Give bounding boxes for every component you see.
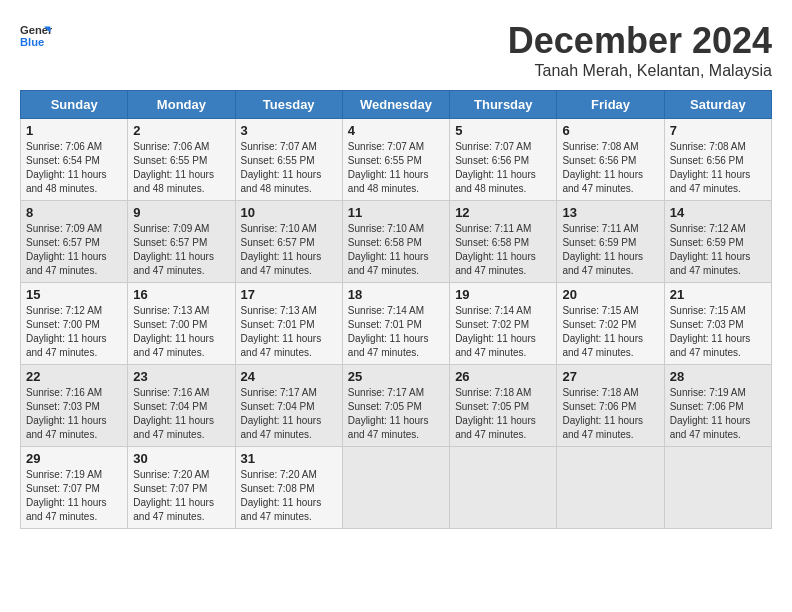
day-number: 1 — [26, 123, 122, 138]
day-info: Sunrise: 7:14 AM Sunset: 7:02 PM Dayligh… — [455, 304, 551, 360]
day-info: Sunrise: 7:08 AM Sunset: 6:56 PM Dayligh… — [562, 140, 658, 196]
table-row: 3 Sunrise: 7:07 AM Sunset: 6:55 PM Dayli… — [235, 119, 342, 201]
main-title: December 2024 — [508, 20, 772, 62]
day-info: Sunrise: 7:18 AM Sunset: 7:05 PM Dayligh… — [455, 386, 551, 442]
table-row: 15 Sunrise: 7:12 AM Sunset: 7:00 PM Dayl… — [21, 283, 128, 365]
header: General Blue December 2024 Tanah Merah, … — [20, 20, 772, 80]
day-number: 5 — [455, 123, 551, 138]
day-info: Sunrise: 7:11 AM Sunset: 6:58 PM Dayligh… — [455, 222, 551, 278]
day-number: 23 — [133, 369, 229, 384]
day-number: 12 — [455, 205, 551, 220]
day-info: Sunrise: 7:17 AM Sunset: 7:04 PM Dayligh… — [241, 386, 337, 442]
day-number: 11 — [348, 205, 444, 220]
col-tuesday: Tuesday — [235, 91, 342, 119]
logo: General Blue — [20, 20, 52, 52]
day-info: Sunrise: 7:20 AM Sunset: 7:08 PM Dayligh… — [241, 468, 337, 524]
day-number: 3 — [241, 123, 337, 138]
col-monday: Monday — [128, 91, 235, 119]
day-info: Sunrise: 7:09 AM Sunset: 6:57 PM Dayligh… — [26, 222, 122, 278]
day-number: 22 — [26, 369, 122, 384]
day-number: 28 — [670, 369, 766, 384]
calendar-body: 1 Sunrise: 7:06 AM Sunset: 6:54 PM Dayli… — [21, 119, 772, 529]
table-row: 13 Sunrise: 7:11 AM Sunset: 6:59 PM Dayl… — [557, 201, 664, 283]
table-row: 31 Sunrise: 7:20 AM Sunset: 7:08 PM Dayl… — [235, 447, 342, 529]
col-thursday: Thursday — [450, 91, 557, 119]
table-row: 6 Sunrise: 7:08 AM Sunset: 6:56 PM Dayli… — [557, 119, 664, 201]
table-row: 29 Sunrise: 7:19 AM Sunset: 7:07 PM Dayl… — [21, 447, 128, 529]
table-row: 27 Sunrise: 7:18 AM Sunset: 7:06 PM Dayl… — [557, 365, 664, 447]
day-number: 20 — [562, 287, 658, 302]
table-row — [450, 447, 557, 529]
col-wednesday: Wednesday — [342, 91, 449, 119]
table-row: 18 Sunrise: 7:14 AM Sunset: 7:01 PM Dayl… — [342, 283, 449, 365]
day-number: 6 — [562, 123, 658, 138]
day-info: Sunrise: 7:18 AM Sunset: 7:06 PM Dayligh… — [562, 386, 658, 442]
day-info: Sunrise: 7:06 AM Sunset: 6:55 PM Dayligh… — [133, 140, 229, 196]
table-row: 5 Sunrise: 7:07 AM Sunset: 6:56 PM Dayli… — [450, 119, 557, 201]
day-info: Sunrise: 7:09 AM Sunset: 6:57 PM Dayligh… — [133, 222, 229, 278]
table-row: 11 Sunrise: 7:10 AM Sunset: 6:58 PM Dayl… — [342, 201, 449, 283]
day-info: Sunrise: 7:16 AM Sunset: 7:04 PM Dayligh… — [133, 386, 229, 442]
table-row: 8 Sunrise: 7:09 AM Sunset: 6:57 PM Dayli… — [21, 201, 128, 283]
table-row: 30 Sunrise: 7:20 AM Sunset: 7:07 PM Dayl… — [128, 447, 235, 529]
day-info: Sunrise: 7:08 AM Sunset: 6:56 PM Dayligh… — [670, 140, 766, 196]
day-info: Sunrise: 7:19 AM Sunset: 7:07 PM Dayligh… — [26, 468, 122, 524]
day-info: Sunrise: 7:10 AM Sunset: 6:58 PM Dayligh… — [348, 222, 444, 278]
table-row: 7 Sunrise: 7:08 AM Sunset: 6:56 PM Dayli… — [664, 119, 771, 201]
calendar-table: Sunday Monday Tuesday Wednesday Thursday… — [20, 90, 772, 529]
day-number: 13 — [562, 205, 658, 220]
day-number: 14 — [670, 205, 766, 220]
day-info: Sunrise: 7:12 AM Sunset: 6:59 PM Dayligh… — [670, 222, 766, 278]
day-info: Sunrise: 7:14 AM Sunset: 7:01 PM Dayligh… — [348, 304, 444, 360]
day-info: Sunrise: 7:07 AM Sunset: 6:55 PM Dayligh… — [241, 140, 337, 196]
table-row: 9 Sunrise: 7:09 AM Sunset: 6:57 PM Dayli… — [128, 201, 235, 283]
day-info: Sunrise: 7:13 AM Sunset: 7:00 PM Dayligh… — [133, 304, 229, 360]
day-number: 17 — [241, 287, 337, 302]
day-number: 19 — [455, 287, 551, 302]
day-number: 18 — [348, 287, 444, 302]
title-area: December 2024 Tanah Merah, Kelantan, Mal… — [508, 20, 772, 80]
table-row — [557, 447, 664, 529]
day-info: Sunrise: 7:07 AM Sunset: 6:55 PM Dayligh… — [348, 140, 444, 196]
table-row: 10 Sunrise: 7:10 AM Sunset: 6:57 PM Dayl… — [235, 201, 342, 283]
svg-text:Blue: Blue — [20, 36, 44, 48]
table-row: 2 Sunrise: 7:06 AM Sunset: 6:55 PM Dayli… — [128, 119, 235, 201]
day-number: 15 — [26, 287, 122, 302]
table-row: 23 Sunrise: 7:16 AM Sunset: 7:04 PM Dayl… — [128, 365, 235, 447]
day-info: Sunrise: 7:13 AM Sunset: 7:01 PM Dayligh… — [241, 304, 337, 360]
table-row: 22 Sunrise: 7:16 AM Sunset: 7:03 PM Dayl… — [21, 365, 128, 447]
day-number: 7 — [670, 123, 766, 138]
day-number: 8 — [26, 205, 122, 220]
day-number: 10 — [241, 205, 337, 220]
day-info: Sunrise: 7:19 AM Sunset: 7:06 PM Dayligh… — [670, 386, 766, 442]
table-row: 16 Sunrise: 7:13 AM Sunset: 7:00 PM Dayl… — [128, 283, 235, 365]
svg-text:General: General — [20, 24, 52, 36]
table-row: 12 Sunrise: 7:11 AM Sunset: 6:58 PM Dayl… — [450, 201, 557, 283]
table-row: 4 Sunrise: 7:07 AM Sunset: 6:55 PM Dayli… — [342, 119, 449, 201]
subtitle: Tanah Merah, Kelantan, Malaysia — [508, 62, 772, 80]
day-info: Sunrise: 7:20 AM Sunset: 7:07 PM Dayligh… — [133, 468, 229, 524]
day-info: Sunrise: 7:07 AM Sunset: 6:56 PM Dayligh… — [455, 140, 551, 196]
table-row: 14 Sunrise: 7:12 AM Sunset: 6:59 PM Dayl… — [664, 201, 771, 283]
day-number: 2 — [133, 123, 229, 138]
col-friday: Friday — [557, 91, 664, 119]
day-number: 29 — [26, 451, 122, 466]
table-row — [664, 447, 771, 529]
col-sunday: Sunday — [21, 91, 128, 119]
day-number: 27 — [562, 369, 658, 384]
day-info: Sunrise: 7:12 AM Sunset: 7:00 PM Dayligh… — [26, 304, 122, 360]
day-number: 9 — [133, 205, 229, 220]
day-number: 26 — [455, 369, 551, 384]
day-number: 31 — [241, 451, 337, 466]
day-info: Sunrise: 7:15 AM Sunset: 7:03 PM Dayligh… — [670, 304, 766, 360]
table-row: 28 Sunrise: 7:19 AM Sunset: 7:06 PM Dayl… — [664, 365, 771, 447]
day-info: Sunrise: 7:15 AM Sunset: 7:02 PM Dayligh… — [562, 304, 658, 360]
table-row: 19 Sunrise: 7:14 AM Sunset: 7:02 PM Dayl… — [450, 283, 557, 365]
day-info: Sunrise: 7:10 AM Sunset: 6:57 PM Dayligh… — [241, 222, 337, 278]
day-number: 21 — [670, 287, 766, 302]
day-info: Sunrise: 7:16 AM Sunset: 7:03 PM Dayligh… — [26, 386, 122, 442]
day-info: Sunrise: 7:11 AM Sunset: 6:59 PM Dayligh… — [562, 222, 658, 278]
table-row: 26 Sunrise: 7:18 AM Sunset: 7:05 PM Dayl… — [450, 365, 557, 447]
table-row: 25 Sunrise: 7:17 AM Sunset: 7:05 PM Dayl… — [342, 365, 449, 447]
table-row: 20 Sunrise: 7:15 AM Sunset: 7:02 PM Dayl… — [557, 283, 664, 365]
